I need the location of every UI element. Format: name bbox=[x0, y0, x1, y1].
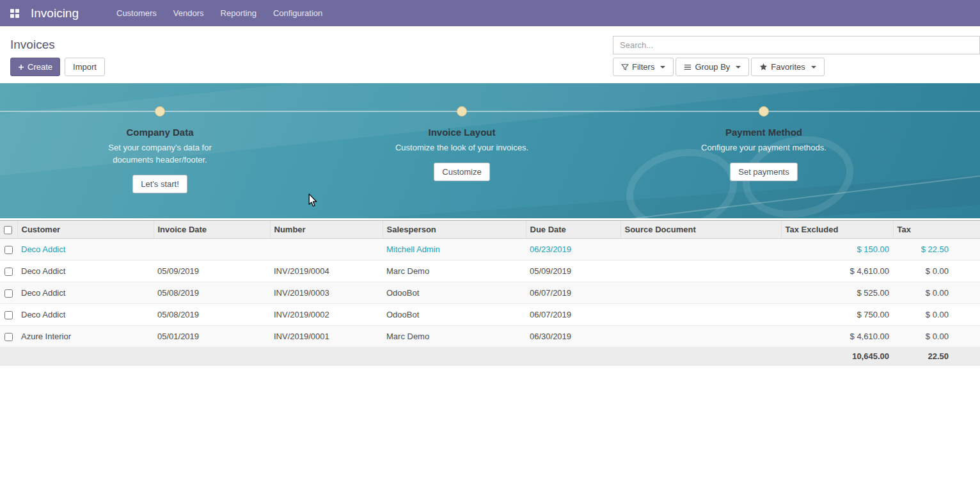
control-panel-left: Invoices Create Import bbox=[10, 36, 613, 76]
footer-empty-cell bbox=[270, 348, 383, 366]
column-header-source-document[interactable]: Source Document bbox=[620, 221, 781, 239]
footer-empty-cell bbox=[526, 348, 620, 366]
cell-tax: $ 0.00 bbox=[893, 261, 980, 282]
onboarding-banner: Company Data Set your company's data for… bbox=[0, 83, 980, 218]
step-title: Payment Method bbox=[725, 127, 802, 138]
cell-customer: Deco Addict bbox=[17, 239, 154, 261]
cell-due-date: 06/07/2019 bbox=[526, 304, 620, 326]
cell-source-document bbox=[620, 239, 781, 261]
cell-source-document bbox=[620, 326, 781, 348]
cell-due-date: 05/09/2019 bbox=[526, 261, 620, 282]
set-payments-button[interactable]: Set payments bbox=[730, 163, 798, 181]
row-select-cell bbox=[0, 326, 17, 348]
caret-down-icon bbox=[811, 66, 816, 71]
column-header-customer[interactable]: Customer bbox=[17, 221, 154, 239]
row-select-cell bbox=[0, 304, 17, 326]
invoice-row[interactable]: Deco Addict Mitchell Admin 06/23/2019 $ … bbox=[0, 239, 980, 261]
create-button-label: Create bbox=[28, 62, 52, 72]
column-header-invoice-date[interactable]: Invoice Date bbox=[154, 221, 270, 239]
cell-customer: Deco Addict bbox=[17, 304, 154, 326]
column-header-salesperson[interactable]: Salesperson bbox=[383, 221, 526, 239]
nav-item-vendors[interactable]: Vendors bbox=[165, 0, 212, 26]
cell-invoice-date bbox=[154, 239, 270, 261]
invoice-row[interactable]: Deco Addict 05/09/2019 INV/2019/0004 Mar… bbox=[0, 261, 980, 282]
column-header-due-date[interactable]: Due Date bbox=[526, 221, 620, 239]
invoice-row[interactable]: Deco Addict 05/08/2019 INV/2019/0002 Odo… bbox=[0, 304, 980, 326]
favorites-button-label: Favorites bbox=[771, 62, 805, 72]
action-buttons: Create Import bbox=[10, 58, 613, 76]
filter-bar: Filters Group By Favorites bbox=[613, 58, 980, 76]
column-header-tax[interactable]: Tax bbox=[893, 221, 980, 239]
row-checkbox[interactable] bbox=[4, 246, 13, 254]
group-by-button-label: Group By bbox=[695, 62, 730, 72]
onboarding-step-invoice-layout: Invoice Layout Customize the look of you… bbox=[311, 83, 613, 193]
row-checkbox[interactable] bbox=[4, 289, 13, 298]
column-header-tax-excluded[interactable]: Tax Excluded bbox=[781, 221, 893, 239]
cell-salesperson: Marc Demo bbox=[383, 261, 526, 282]
column-header-number[interactable]: Number bbox=[270, 221, 383, 239]
cell-due-date: 06/23/2019 bbox=[526, 239, 620, 261]
cell-salesperson: OdooBot bbox=[383, 304, 526, 326]
cell-tax-excluded: $ 750.00 bbox=[781, 304, 893, 326]
total-tax: 22.50 bbox=[893, 348, 980, 366]
invoice-list-table: Customer Invoice Date Number Salesperson… bbox=[0, 220, 980, 366]
footer-empty-cell bbox=[154, 348, 270, 366]
top-navbar: Invoicing Customers Vendors Reporting Co… bbox=[0, 0, 980, 26]
favorites-button[interactable]: Favorites bbox=[751, 58, 824, 76]
search-input[interactable] bbox=[613, 36, 980, 54]
select-all-cell bbox=[0, 221, 17, 239]
cell-customer: Azure Interior bbox=[17, 326, 154, 348]
apps-menu-icon[interactable] bbox=[6, 5, 23, 22]
cell-tax-excluded: $ 525.00 bbox=[781, 282, 893, 304]
row-checkbox[interactable] bbox=[4, 333, 13, 341]
nav-item-configuration[interactable]: Configuration bbox=[265, 0, 331, 26]
cell-number: INV/2019/0002 bbox=[270, 304, 383, 326]
footer-empty-cell bbox=[620, 348, 781, 366]
control-panel-right: Filters Group By Favorites bbox=[613, 36, 980, 76]
row-checkbox[interactable] bbox=[4, 268, 13, 276]
cell-number: INV/2019/0004 bbox=[270, 261, 383, 282]
cell-number bbox=[270, 239, 383, 261]
cell-tax: $ 0.00 bbox=[893, 326, 980, 348]
cell-tax: $ 22.50 bbox=[893, 239, 980, 261]
total-tax-excluded: 10,645.00 bbox=[781, 348, 893, 366]
cell-due-date: 06/30/2019 bbox=[526, 326, 620, 348]
row-select-cell bbox=[0, 282, 17, 304]
filter-icon bbox=[621, 63, 629, 71]
cell-invoice-date: 05/08/2019 bbox=[154, 304, 270, 326]
cell-invoice-date: 05/09/2019 bbox=[154, 261, 270, 282]
caret-down-icon bbox=[736, 66, 741, 71]
app-name[interactable]: Invoicing bbox=[31, 6, 79, 20]
cell-number: INV/2019/0003 bbox=[270, 282, 383, 304]
import-button[interactable]: Import bbox=[65, 58, 105, 76]
cell-number: INV/2019/0001 bbox=[270, 326, 383, 348]
onboarding-step-payment-method: Payment Method Configure your payment me… bbox=[613, 83, 915, 193]
row-checkbox[interactable] bbox=[4, 311, 13, 319]
create-button[interactable]: Create bbox=[10, 58, 60, 76]
select-all-checkbox[interactable] bbox=[4, 226, 12, 234]
grid-icon bbox=[10, 9, 19, 18]
table-footer-row: 10,645.00 22.50 bbox=[0, 348, 980, 366]
control-panel: Invoices Create Import Filters bbox=[0, 26, 980, 76]
cell-invoice-date: 05/08/2019 bbox=[154, 282, 270, 304]
step-title: Invoice Layout bbox=[428, 127, 495, 138]
row-select-cell bbox=[0, 239, 17, 261]
cell-customer: Deco Addict bbox=[17, 261, 154, 282]
cell-salesperson: Mitchell Admin bbox=[383, 239, 526, 261]
nav-item-customers[interactable]: Customers bbox=[108, 0, 165, 26]
group-by-button[interactable]: Group By bbox=[676, 58, 749, 76]
lets-start-button[interactable]: Let's start! bbox=[132, 175, 187, 193]
cell-tax-excluded: $ 4,610.00 bbox=[781, 326, 893, 348]
cell-customer: Deco Addict bbox=[17, 282, 154, 304]
invoice-row[interactable]: Deco Addict 05/08/2019 INV/2019/0003 Odo… bbox=[0, 282, 980, 304]
cell-tax: $ 0.00 bbox=[893, 304, 980, 326]
invoice-row[interactable]: Azure Interior 05/01/2019 INV/2019/0001 … bbox=[0, 326, 980, 348]
filters-button[interactable]: Filters bbox=[613, 58, 674, 76]
plus-icon bbox=[18, 64, 24, 70]
step-description: Customize the look of your invoices. bbox=[395, 142, 528, 154]
customize-button[interactable]: Customize bbox=[434, 163, 489, 181]
step-dot-icon bbox=[457, 106, 467, 116]
nav-menu: Customers Vendors Reporting Configuratio… bbox=[108, 0, 331, 26]
cell-tax-excluded: $ 150.00 bbox=[781, 239, 893, 261]
nav-item-reporting[interactable]: Reporting bbox=[212, 0, 265, 26]
